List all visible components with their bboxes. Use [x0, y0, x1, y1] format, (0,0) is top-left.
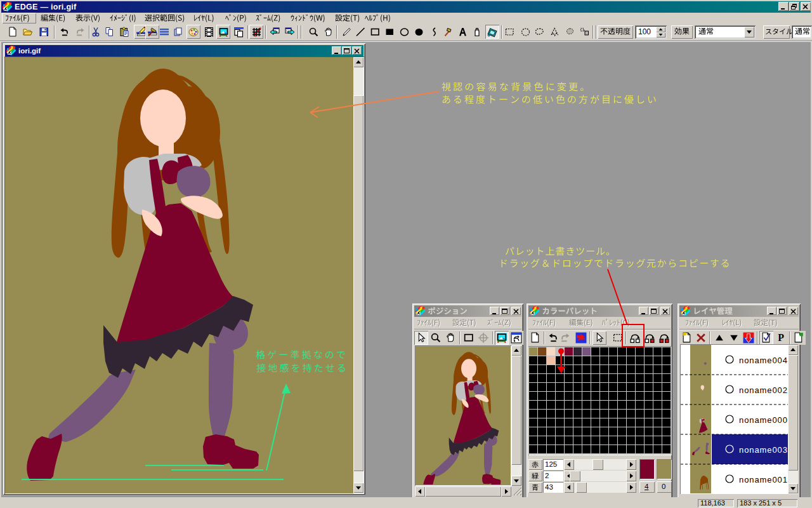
svg-text:P: P [778, 332, 784, 343]
